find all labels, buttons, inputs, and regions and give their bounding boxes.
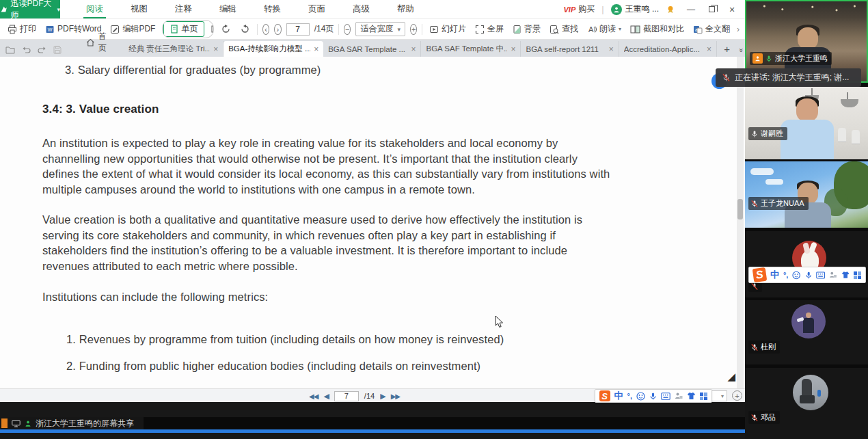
user-account-button[interactable]: 王重鸣 ... (611, 3, 659, 15)
zoom-in-button[interactable]: + (732, 390, 742, 401)
zoom-in-button[interactable]: + (410, 24, 417, 35)
close-icon[interactable]: × (314, 44, 318, 54)
ime-punctuation-toggle[interactable]: °, (783, 271, 788, 279)
sogou-ime-bar[interactable]: S 中 °, (595, 389, 712, 403)
menu-annotate[interactable]: 注释 (161, 0, 206, 18)
read-aloud-button[interactable]: A 朗读 ▾ (585, 22, 623, 36)
home-tab[interactable]: 首页 (68, 31, 124, 57)
menu-edit[interactable]: 编辑 (206, 0, 250, 18)
find-button[interactable]: 查找 (547, 22, 580, 36)
participant-name-label: 杜刚 (748, 341, 780, 354)
speaking-toast-text: 正在讲话: 浙江大学王重鸣; 谢... (735, 72, 849, 83)
skin-shirt-icon[interactable] (841, 271, 850, 279)
vertical-scrollbar[interactable] (737, 57, 744, 388)
voice-input-icon[interactable] (649, 392, 657, 401)
page-navigation: ◀◀ ◀ /14 ▶ ▶▶ (309, 389, 400, 403)
close-icon[interactable]: × (411, 44, 416, 54)
keyboard-icon[interactable] (816, 271, 825, 279)
new-tab-button[interactable]: + (717, 43, 735, 57)
medal-icon[interactable] (666, 5, 675, 14)
sogou-logo-icon[interactable]: S (752, 267, 768, 282)
single-page-button[interactable]: 单页 (163, 21, 204, 37)
tab-document-6[interactable]: Accreditation-Applic... × (619, 41, 717, 57)
zoom-mode-dropdown[interactable]: 适合宽度 ▾ (355, 22, 405, 36)
page-number-input[interactable] (334, 391, 359, 401)
print-button[interactable]: 打印 (5, 22, 38, 36)
restore-button[interactable] (703, 2, 720, 17)
rotate-cw-button[interactable] (219, 23, 233, 36)
redo-icon[interactable] (38, 46, 46, 54)
toolbox-icon[interactable] (829, 271, 837, 279)
first-page-button[interactable]: ◀◀ (309, 393, 318, 400)
tabbar: 首页 经典 责任三角理论 Tri... × BGA-持续影响力模型 ... × … (0, 40, 745, 57)
save-icon[interactable] (53, 46, 62, 54)
more-tabs-button[interactable]: » (735, 46, 745, 56)
close-button[interactable]: × (723, 2, 741, 17)
toolbar-overflow-button[interactable]: › (737, 25, 740, 34)
ime-mode-chinese[interactable]: 中 (770, 269, 779, 281)
participant-tile-6[interactable]: 邓品 (745, 368, 868, 439)
window-controls: — × (682, 2, 741, 17)
screenshot-compare-icon (630, 25, 640, 34)
participant-avatar (791, 304, 826, 338)
tab-document-2-active[interactable]: BGA-持续影响力模型 ... × (223, 41, 323, 57)
menu-page[interactable]: 页面 (295, 0, 339, 18)
quick-icons (0, 46, 68, 57)
close-icon[interactable]: × (511, 44, 515, 54)
ime-punctuation-toggle[interactable]: °, (627, 392, 632, 400)
tab-document-5[interactable]: BGA self-report 1211 × (521, 41, 619, 57)
menu-help[interactable]: 帮助 (383, 0, 428, 18)
page-number-input[interactable] (286, 23, 310, 36)
rotate-ccw-button[interactable] (238, 23, 252, 36)
close-icon[interactable]: × (609, 44, 614, 54)
last-page-button[interactable]: ▶▶ (391, 393, 400, 400)
next-page-button[interactable]: › (274, 24, 281, 35)
skin-shirt-icon[interactable] (687, 392, 696, 400)
scrollbar-thumb[interactable] (737, 199, 743, 220)
vip-buy-button[interactable]: VIP 购买 (564, 3, 595, 15)
corner-resize-icon: ◢ (727, 371, 735, 383)
app-logo[interactable]: 迅读PDF大师 ▾ (0, 0, 60, 18)
chevron-down-icon[interactable]: ▾ (57, 6, 60, 13)
double-page-button[interactable]: 双页 (205, 22, 214, 36)
divider (338, 24, 339, 35)
doc-paragraph-1: An institution is expected to play a key… (42, 135, 699, 197)
sogou-logo-icon[interactable]: S (599, 390, 610, 401)
menu-advanced[interactable]: 高级 (339, 0, 383, 18)
prev-page-button[interactable]: ‹ (262, 24, 269, 35)
open-file-icon[interactable] (5, 46, 15, 54)
tab-document-1[interactable]: 经典 责任三角理论 Tri... × (124, 41, 223, 57)
voice-input-icon[interactable] (805, 271, 812, 280)
ime-menu-grid-icon[interactable] (854, 271, 861, 279)
minimize-button[interactable]: — (682, 2, 700, 17)
ime-mode-chinese[interactable]: 中 (614, 390, 623, 402)
emoji-icon[interactable] (792, 271, 800, 280)
close-icon[interactable]: × (213, 44, 218, 54)
prev-page-button[interactable]: ◀ (323, 392, 328, 401)
participant-tile-2[interactable]: 谢嗣胜 (745, 87, 868, 159)
participant-tile-4[interactable]: S 中 °, (745, 231, 868, 297)
screenshot-compare-button[interactable]: 截图和对比 (628, 22, 686, 36)
slideshow-button[interactable]: 幻灯片 (427, 22, 468, 36)
undo-icon[interactable] (22, 46, 31, 54)
tab-document-4[interactable]: BGA SAF Template 中... × (421, 41, 521, 57)
document-viewer[interactable]: 3. Salary differential for graduates (by… (0, 57, 745, 388)
close-icon[interactable]: × (707, 44, 711, 54)
background-button[interactable]: 背景 (511, 22, 543, 36)
zoom-out-button[interactable]: − (344, 24, 351, 35)
sogou-ime-bar[interactable]: S 中 °, (748, 267, 866, 283)
keyboard-icon[interactable] (661, 393, 670, 400)
emoji-icon[interactable] (636, 392, 645, 401)
fullscreen-button[interactable]: 全屏 (473, 22, 506, 36)
participant-tile-5[interactable]: 杜刚 (745, 300, 868, 364)
menu-convert[interactable]: 转换 (250, 0, 295, 18)
tab-document-3[interactable]: BGA SAR Template ... × (323, 41, 421, 57)
participant-tile-3[interactable]: 王子龙NUAA (745, 161, 868, 228)
participant-name-label: 王子龙NUAA (748, 197, 809, 210)
ime-menu-grid-icon[interactable] (700, 393, 707, 400)
toolbox-icon[interactable] (675, 392, 683, 400)
menu-read[interactable]: 阅读 (72, 0, 117, 18)
next-page-button[interactable]: ▶ (380, 392, 385, 401)
full-translate-button[interactable]: a 全文翻 (691, 22, 732, 36)
menu-view[interactable]: 视图 (117, 0, 161, 18)
